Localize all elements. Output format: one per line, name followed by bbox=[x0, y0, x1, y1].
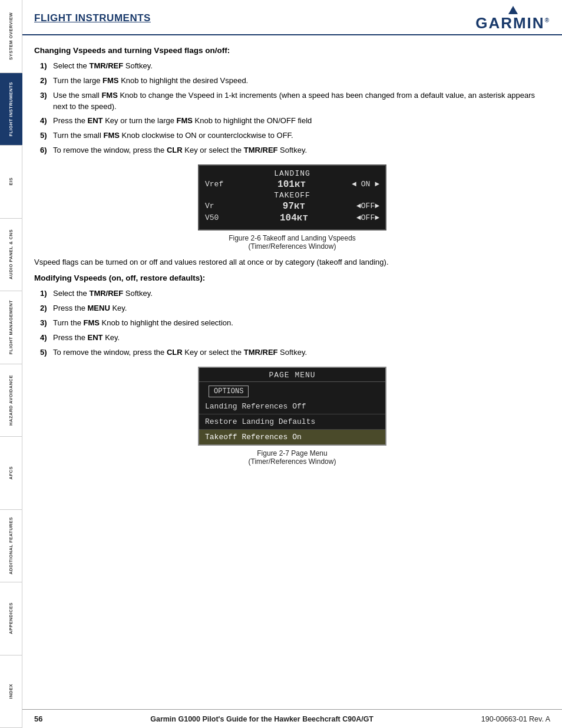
page-menu-item-1: Landing References Off bbox=[199, 399, 385, 414]
vspeed-paragraph: Vspeed flags can be turned on or off and… bbox=[34, 256, 550, 268]
sidebar-label-index: INDEX bbox=[8, 684, 14, 699]
figure2-display: PAGE MENU OPTIONS Landing References Off… bbox=[198, 367, 386, 446]
sidebar-item-index[interactable]: INDEX bbox=[0, 655, 22, 729]
footer-page-number: 56 bbox=[34, 714, 42, 723]
v50-toggle: ◄OFF► bbox=[356, 213, 379, 222]
footer-doc-number: 190-00663-01 Rev. A bbox=[481, 715, 550, 723]
sidebar-label-appendices: APPENDICES bbox=[8, 602, 14, 634]
step-1-2: 2) Turn the large FMS Knob to highlight … bbox=[40, 75, 550, 87]
page-title: FLIGHT INSTRUMENTS bbox=[34, 12, 151, 24]
vr-label: Vr bbox=[205, 202, 232, 210]
sidebar-item-hazard-avoidance[interactable]: HAZARD AVOIDANCE bbox=[0, 364, 22, 437]
garmin-logo: GARMIN® bbox=[475, 6, 550, 31]
step-2-3: 3) Turn the FMS Knob to highlight the de… bbox=[40, 318, 550, 329]
step-2-2: 2) Press the MENU Key. bbox=[40, 303, 550, 314]
figure2-caption-line2: (Timer/References Window) bbox=[249, 457, 336, 466]
v50-label: V50 bbox=[205, 213, 232, 222]
sidebar: SYSTEM OVERVIEW FLIGHT INSTRUMENTS EIS A… bbox=[0, 0, 22, 728]
vref-toggle: ◄ ON ► bbox=[352, 180, 379, 189]
step-text: Select the TMR/REF Softkey. bbox=[53, 288, 550, 299]
figure2-container: PAGE MENU OPTIONS Landing References Off… bbox=[34, 367, 550, 466]
step-text: Turn the large FMS Knob to highlight the… bbox=[53, 75, 550, 87]
page-content: Changing Vspeeds and turning Vspeed flag… bbox=[22, 40, 562, 709]
step-text: Press the ENT Key or turn the large FMS … bbox=[53, 116, 550, 127]
section2-steps: 1) Select the TMR/REF Softkey. 2) Press … bbox=[40, 288, 550, 358]
takeoff-label: TAKEOFF bbox=[205, 191, 379, 200]
sidebar-label-flight-management: FLIGHT MANAGEMENT bbox=[8, 300, 14, 354]
footer-title: Garmin G1000 Pilot's Guide for the Hawke… bbox=[150, 715, 373, 723]
step-2-4: 4) Press the ENT Key. bbox=[40, 332, 550, 344]
page-menu-item-3: Takeoff References On bbox=[199, 430, 385, 444]
step-text: To remove the window, press the CLR Key … bbox=[53, 347, 550, 358]
step-num: 2) bbox=[40, 75, 53, 87]
sidebar-item-appendices[interactable]: APPENDICES bbox=[0, 582, 22, 655]
step-num: 3) bbox=[40, 318, 53, 329]
vr-value: 97кт bbox=[232, 201, 356, 212]
figure1-caption: Figure 2-6 Takeoff and Landing Vspeeds (… bbox=[229, 234, 356, 251]
sidebar-item-afcs[interactable]: AFCS bbox=[0, 437, 22, 510]
page-header: FLIGHT INSTRUMENTS GARMIN® bbox=[22, 0, 562, 35]
sidebar-item-additional-features[interactable]: ADDITIONAL FEATURES bbox=[0, 510, 22, 583]
step-text: To remove the window, press the CLR Key … bbox=[53, 145, 550, 156]
step-1-1: 1) Select the TMR/REF Softkey. bbox=[40, 61, 550, 72]
vref-row: Vref 101кт ◄ ON ► bbox=[205, 179, 379, 190]
step-num: 5) bbox=[40, 130, 53, 141]
vref-label: Vref bbox=[205, 180, 232, 189]
figure1-display: LANDING Vref 101кт ◄ ON ► TAKEOFF Vr 97к… bbox=[198, 164, 386, 230]
section2-heading: Modifying Vspeeds (on, off, restore defa… bbox=[34, 274, 550, 282]
vr-toggle: ◄OFF► bbox=[356, 202, 379, 210]
step-1-6: 6) To remove the window, press the CLR K… bbox=[40, 145, 550, 156]
step-num: 3) bbox=[40, 90, 53, 113]
step-num: 5) bbox=[40, 347, 53, 358]
step-1-3: 3) Use the small FMS Knob to change the … bbox=[40, 90, 550, 113]
sidebar-item-eis[interactable]: EIS bbox=[0, 146, 22, 219]
step-1-5: 5) Turn the small FMS Knob clockwise to … bbox=[40, 130, 550, 141]
page-menu-item-2: Restore Landing Defaults bbox=[199, 414, 385, 430]
page-menu-options-label: OPTIONS bbox=[209, 386, 249, 397]
step-text: Select the TMR/REF Softkey. bbox=[53, 61, 550, 72]
section1-steps: 1) Select the TMR/REF Softkey. 2) Turn t… bbox=[40, 61, 550, 156]
sidebar-label-additional-features: ADDITIONAL FEATURES bbox=[8, 517, 14, 575]
sidebar-item-audio-panel[interactable]: AUDIO PANEL & CNS bbox=[0, 219, 22, 292]
figure1-container: LANDING Vref 101кт ◄ ON ► TAKEOFF Vr 97к… bbox=[34, 164, 550, 251]
figure2-caption-line1: Figure 2-7 Page Menu bbox=[257, 449, 327, 457]
step-text: Use the small FMS Knob to change the Vsp… bbox=[53, 90, 550, 113]
v50-row: V50 104кт ◄OFF► bbox=[205, 213, 379, 223]
garmin-brand: GARMIN® bbox=[475, 15, 550, 31]
v50-value: 104кт bbox=[232, 213, 356, 223]
step-2-1: 1) Select the TMR/REF Softkey. bbox=[40, 288, 550, 299]
step-num: 6) bbox=[40, 145, 53, 156]
sidebar-label-system-overview: SYSTEM OVERVIEW bbox=[8, 12, 14, 60]
sidebar-label-hazard-avoidance: HAZARD AVOIDANCE bbox=[8, 375, 14, 426]
vr-row: Vr 97кт ◄OFF► bbox=[205, 201, 379, 212]
garmin-reg: ® bbox=[545, 17, 550, 24]
sidebar-label-flight-instruments: FLIGHT INSTRUMENTS bbox=[8, 82, 14, 136]
step-text: Turn the FMS Knob to highlight the desir… bbox=[53, 318, 550, 329]
figure1-caption-line2: (Timer/References Window) bbox=[249, 242, 336, 251]
landing-label: LANDING bbox=[205, 169, 379, 178]
step-num: 4) bbox=[40, 116, 53, 127]
page-menu-title: PAGE MENU bbox=[199, 368, 385, 382]
sidebar-item-system-overview[interactable]: SYSTEM OVERVIEW bbox=[0, 0, 22, 73]
section1-heading: Changing Vspeeds and turning Vspeed flag… bbox=[34, 46, 550, 55]
vref-value: 101кт bbox=[232, 179, 352, 190]
step-1-4: 4) Press the ENT Key or turn the large F… bbox=[40, 116, 550, 127]
step-text: Press the MENU Key. bbox=[53, 303, 550, 314]
step-text: Turn the small FMS Knob clockwise to ON … bbox=[53, 130, 550, 141]
main-content: FLIGHT INSTRUMENTS GARMIN® Changing Vspe… bbox=[22, 0, 562, 728]
figure2-caption: Figure 2-7 Page Menu (Timer/References W… bbox=[249, 449, 336, 466]
step-num: 1) bbox=[40, 61, 53, 72]
sidebar-label-afcs: AFCS bbox=[8, 466, 14, 479]
sidebar-label-audio-panel: AUDIO PANEL & CNS bbox=[8, 229, 14, 279]
sidebar-item-flight-instruments[interactable]: FLIGHT INSTRUMENTS bbox=[0, 73, 22, 146]
step-num: 1) bbox=[40, 288, 53, 299]
figure1-caption-line1: Figure 2-6 Takeoff and Landing Vspeeds bbox=[229, 234, 356, 242]
garmin-triangle-icon bbox=[508, 6, 518, 14]
sidebar-item-flight-management[interactable]: FLIGHT MANAGEMENT bbox=[0, 291, 22, 364]
step-num: 4) bbox=[40, 332, 53, 344]
step-num: 2) bbox=[40, 303, 53, 314]
page-footer: 56 Garmin G1000 Pilot's Guide for the Ha… bbox=[22, 709, 562, 728]
sidebar-label-eis: EIS bbox=[8, 177, 14, 186]
step-text: Press the ENT Key. bbox=[53, 332, 550, 344]
step-2-5: 5) To remove the window, press the CLR K… bbox=[40, 347, 550, 358]
